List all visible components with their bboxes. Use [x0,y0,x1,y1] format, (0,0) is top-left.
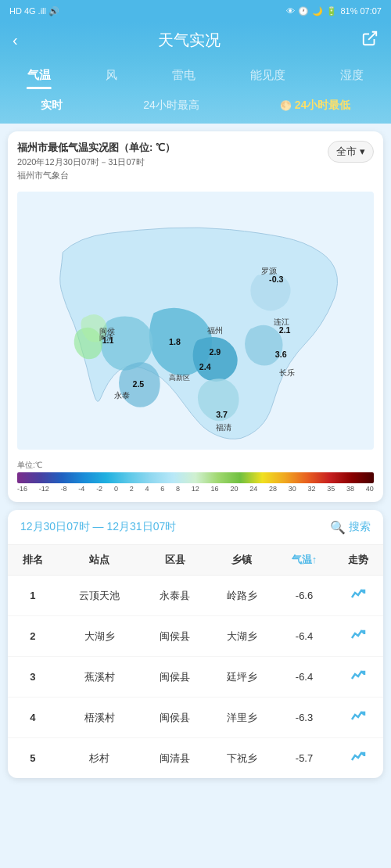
cell-town: 洋里乡 [208,698,274,738]
trend-icon [349,626,368,644]
search-bar: 12月30日07时 — 12月31日07时 🔍 搜索 [8,510,383,545]
tab-thunder[interactable]: 雷电 [163,65,205,86]
header: ‹ 天气实况 [0,22,391,59]
tab-wind[interactable]: 风 [96,65,127,86]
svg-line-0 [368,32,376,40]
tab-temperature[interactable]: 气温 [18,65,60,86]
status-left: HD 4G .ill 🔊 [9,6,59,16]
tab-bar: 气温 风 雷电 能见度 湿度 [0,59,391,89]
status-bar: HD 4G .ill 🔊 👁 🕐 🌙 🔋 81% 07:07 [0,0,391,22]
cell-trend [333,738,383,779]
cell-temp: -5.7 [275,738,334,779]
share-button[interactable] [361,30,378,51]
trend-icon [349,707,368,726]
data-section: 12月30日07时 — 12月31日07时 🔍 搜索 排名 站点 区县 乡镇 气… [8,510,383,778]
cell-temp: -6.4 [275,657,334,698]
table-header-row: 排名 站点 区县 乡镇 气温↑ 走势 [8,545,383,576]
status-time: 81% 07:07 [340,6,382,16]
search-icon: 🔍 [330,519,346,535]
svg-text:长乐: 长乐 [279,368,295,377]
scale-numbers: -16 -12 -8 -4 -2 0 2 4 6 8 12 16 20 24 2… [17,485,374,493]
cell-rank: 3 [8,657,58,698]
page-title: 天气实况 [18,30,361,51]
battery-icon: 🔋 [326,6,337,16]
col-district: 区县 [142,545,208,576]
search-label: 搜索 [349,520,371,534]
color-scale: 单位:℃ -16 -12 -8 -4 -2 0 2 4 6 8 12 16 20… [17,460,374,493]
back-button[interactable]: ‹ [13,31,18,49]
cell-rank: 2 [8,616,58,657]
map-title: 福州市最低气温实况图（单位: ℃） [17,141,328,155]
cell-district: 闽清县 [142,738,208,779]
svg-text:2.5: 2.5 [132,379,144,389]
table-body: 1 云顶天池 永泰县 岭路乡 -6.6 2 大湖乡 闽侯县 大湖乡 -6.4 [8,576,383,779]
eye-icon: 👁 [286,6,295,16]
map-card: 福州市最低气温实况图（单位: ℃） 2020年12月30日07时－31日07时 … [8,131,383,502]
col-rank: 排名 [8,545,58,576]
col-town: 乡镇 [208,545,274,576]
tab-visibility[interactable]: 能见度 [241,65,295,86]
cell-rank: 4 [8,698,58,738]
trend-icon [349,666,368,685]
cell-district: 闽侯县 [142,698,208,738]
status-right: 👁 🕐 🌙 🔋 81% 07:07 [286,6,382,16]
clock-icon: 🕐 [298,6,309,16]
subtab-realtime[interactable]: 实时 [28,95,75,116]
cell-station: 梧溪村 [58,698,142,738]
svg-text:1.8: 1.8 [169,337,181,346]
map-source: 福州市气象台 [17,170,328,181]
cell-rank: 5 [8,738,58,779]
svg-text:闽清: 闽清 [99,334,113,342]
subtab-24h-max[interactable]: 24小时最高 [131,95,212,116]
data-table: 排名 站点 区县 乡镇 气温↑ 走势 1 云顶天池 永泰县 岭路乡 -6.6 2 [8,545,383,778]
col-trend: 走势 [333,545,383,576]
sub-tab-bar: 实时 24小时最高 24小时最低 [0,89,391,124]
cell-town: 大湖乡 [208,616,274,657]
cell-station: 大湖乡 [58,616,142,657]
status-signal: 4G [24,6,36,16]
table-row: 1 云顶天池 永泰县 岭路乡 -6.6 [8,576,383,616]
svg-text:2.1: 2.1 [279,325,291,335]
table-row: 3 蕉溪村 闽侯县 廷坪乡 -6.4 [8,657,383,698]
cell-station: 云顶天池 [58,576,142,616]
svg-text:福清: 福清 [216,423,231,432]
cell-temp: -6.4 [275,616,334,657]
svg-text:2.4: 2.4 [199,362,211,371]
svg-text:罗源: 罗源 [261,267,277,275]
map-time-range: 2020年12月30日07时－31日07时 [17,156,328,168]
cell-town: 岭路乡 [208,576,274,616]
cell-trend [333,657,383,698]
svg-text:2.9: 2.9 [209,347,221,357]
svg-text:福州: 福州 [207,326,223,335]
table-row: 4 梧溪村 闽侯县 洋里乡 -6.3 [8,698,383,738]
region-selector[interactable]: 全市 ▾ [328,141,374,163]
trend-icon [349,748,368,766]
moon-icon: 🌙 [312,6,323,16]
map-title-block: 福州市最低气温实况图（单位: ℃） 2020年12月30日07时－31日07时 … [17,141,328,181]
cell-station: 杉村 [58,738,142,779]
svg-text:3.6: 3.6 [275,350,287,359]
trend-icon [349,585,368,604]
svg-text:连江: 连江 [274,317,289,326]
status-icons: 🔊 [48,6,59,16]
status-network: HD [9,6,22,16]
cell-trend [333,698,383,738]
scale-label: 单位:℃ [17,460,42,471]
subtab-24h-min[interactable]: 24小时最低 [267,95,363,116]
tab-humidity[interactable]: 湿度 [331,65,373,86]
svg-text:-0.3: -0.3 [269,274,283,284]
cell-temp: -6.6 [275,576,334,616]
cell-district: 闽侯县 [142,657,208,698]
cell-rank: 1 [8,576,58,616]
status-wifi: .ill [38,6,46,16]
cell-town: 廷坪乡 [208,657,274,698]
cell-trend [333,616,383,657]
col-station: 站点 [58,545,142,576]
table-row: 2 大湖乡 闽侯县 大湖乡 -6.4 [8,616,383,657]
cell-station: 蕉溪村 [58,657,142,698]
cell-district: 闽侯县 [142,616,208,657]
map-header: 福州市最低气温实况图（单位: ℃） 2020年12月30日07时－31日07时 … [17,141,374,181]
cell-town: 下祝乡 [208,738,274,779]
search-button[interactable]: 🔍 搜索 [330,519,371,535]
svg-text:高新区: 高新区 [169,374,190,382]
